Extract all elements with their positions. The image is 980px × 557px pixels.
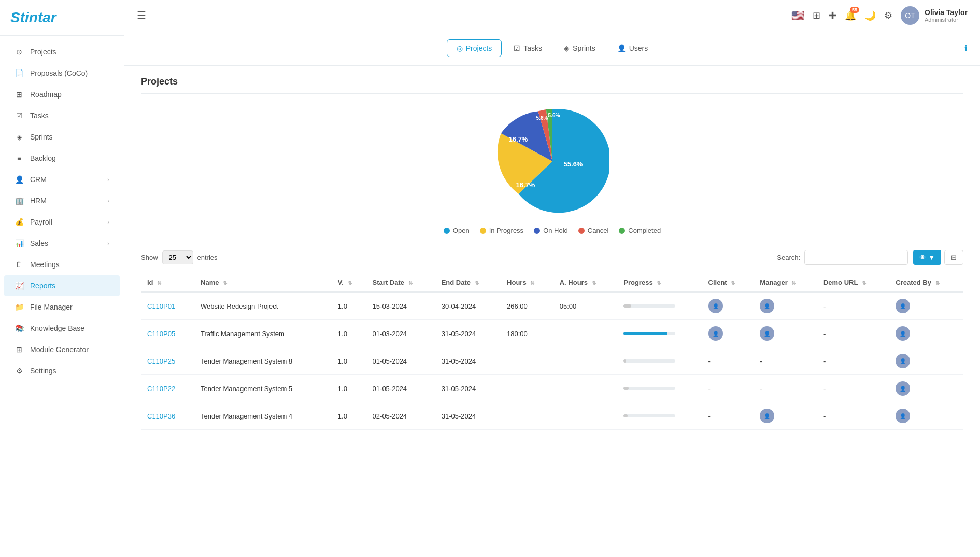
progress-bar — [623, 359, 626, 363]
dash: - — [823, 302, 826, 310]
sidebar-item-file-manager[interactable]: 📁 File Manager — [4, 297, 120, 317]
plus-icon[interactable]: ✚ — [829, 10, 836, 21]
cell-hours — [501, 375, 553, 402]
sidebar-item-sales[interactable]: 📊 Sales › — [4, 233, 120, 254]
dash: - — [760, 357, 762, 365]
table-controls: Show 25 50 100 entries Search: — [141, 250, 963, 265]
cell-a-hours: 05:00 — [553, 292, 618, 320]
project-id-link[interactable]: C110P01 — [147, 302, 175, 310]
settings-icon: ⚙ — [15, 366, 24, 375]
sidebar-item-hrm[interactable]: 🏢 HRM › — [4, 190, 120, 211]
arrow-icon-sales: › — [107, 240, 109, 246]
logo[interactable]: Stintar — [0, 0, 124, 36]
legend-cancel: Cancel — [578, 227, 608, 234]
sort-icon-ahours: ⇅ — [592, 280, 596, 286]
sidebar-item-settings[interactable]: ⚙ Settings — [4, 360, 120, 381]
header-right: 🇺🇸 ⊞ ✚ 🔔 55 🌙 ⚙ OT Olivia Taylor Adminis… — [791, 6, 968, 25]
sidebar-item-payroll[interactable]: 💰 Payroll › — [4, 212, 120, 232]
sidebar-item-tasks[interactable]: ☑ Tasks — [4, 105, 120, 126]
cell-created-by: 👤 — [889, 375, 963, 402]
table-header: Id ⇅ Name ⇅ V. ⇅ Start Date ⇅ End Date ⇅… — [141, 273, 963, 292]
cell-client: 👤 — [702, 320, 754, 347]
sidebar-item-sprints[interactable]: ◈ Sprints — [4, 127, 120, 147]
tab-users[interactable]: 👤 Users — [607, 39, 658, 57]
sidebar-item-crm[interactable]: 👤 CRM › — [4, 169, 120, 190]
cell-name: Traffic Management System — [194, 320, 332, 347]
filter-button[interactable]: 👁 ▼ — [913, 250, 941, 265]
tab-sprints-label: Sprints — [573, 44, 595, 52]
avatar: 👤 — [896, 299, 910, 313]
tab-tasks[interactable]: ☑ Tasks — [504, 39, 552, 57]
progress-bar — [623, 387, 629, 390]
tab-sprints[interactable]: ◈ Sprints — [554, 39, 605, 57]
cell-start-date: 01-03-2024 — [366, 320, 435, 347]
sidebar-item-module-generator[interactable]: ⊞ Module Generator — [4, 339, 120, 360]
cell-v: 1.0 — [332, 320, 366, 347]
sidebar-item-roadmap[interactable]: ⊞ Roadmap — [4, 84, 120, 105]
sidebar-item-label-hrm: HRM — [30, 197, 47, 205]
col-v[interactable]: V. ⇅ — [332, 273, 366, 292]
col-progress[interactable]: Progress ⇅ — [617, 273, 702, 292]
entries-select[interactable]: 25 50 100 — [162, 250, 193, 264]
avatar: 👤 — [760, 326, 774, 341]
info-icon[interactable]: ℹ — [964, 44, 968, 53]
dash: - — [708, 412, 711, 420]
sidebar-item-label-knowledge-base: Knowledge Base — [30, 324, 84, 332]
theme-toggle-icon[interactable]: 🌙 — [864, 10, 876, 21]
sidebar-item-label-settings: Settings — [30, 367, 56, 375]
sidebar-item-label-sprints: Sprints — [30, 133, 53, 141]
cell-hours — [501, 347, 553, 375]
sort-icon-hours: ⇅ — [530, 280, 534, 286]
cell-end-date: 31-05-2024 — [435, 402, 501, 430]
notification-icon[interactable]: 🔔 55 — [845, 10, 856, 21]
table-row: C110P01 Website Redesign Project 1.0 15-… — [141, 292, 963, 320]
legend-inprogress: In Progress — [480, 227, 523, 234]
user-profile[interactable]: OT Olivia Taylor Administrator — [901, 6, 968, 25]
settings-icon[interactable]: ⚙ — [884, 10, 892, 21]
search-input[interactable] — [804, 250, 908, 265]
col-name[interactable]: Name ⇅ — [194, 273, 332, 292]
sidebar-item-label-meetings: Meetings — [30, 260, 60, 269]
sort-icon-id: ⇅ — [157, 280, 161, 286]
col-client[interactable]: Client ⇅ — [702, 273, 754, 292]
project-id-link[interactable]: C110P25 — [147, 357, 175, 365]
table-actions: 👁 ▼ ⊟ — [913, 250, 963, 265]
project-id-link[interactable]: C110P05 — [147, 330, 175, 338]
col-a-hours[interactable]: A. Hours ⇅ — [553, 273, 618, 292]
cell-hours: 180:00 — [501, 320, 553, 347]
cell-id: C110P22 — [141, 375, 194, 402]
sidebar-item-meetings[interactable]: 🗓 Meetings — [4, 254, 120, 275]
cell-v: 1.0 — [332, 347, 366, 375]
sidebar-item-proposals[interactable]: 📄 Proposals (CoCo) — [4, 63, 120, 83]
sort-icon-name: ⇅ — [223, 280, 227, 286]
sidebar-item-label-payroll: Payroll — [30, 218, 52, 226]
col-demo-url[interactable]: Demo URL ⇅ — [817, 273, 889, 292]
page-title: Projects — [141, 76, 963, 94]
cell-client: - — [702, 347, 754, 375]
col-id[interactable]: Id ⇅ — [141, 273, 194, 292]
language-flag-icon[interactable]: 🇺🇸 — [791, 9, 804, 22]
cell-demo-url: - — [817, 320, 889, 347]
menu-toggle-button[interactable]: ☰ — [137, 9, 146, 22]
sidebar-item-backlog[interactable]: ≡ Backlog — [4, 148, 120, 169]
col-end-date[interactable]: End Date ⇅ — [435, 273, 501, 292]
sidebar-item-knowledge-base[interactable]: 📚 Knowledge Base — [4, 318, 120, 339]
dash: - — [823, 357, 826, 365]
meetings-icon: 🗓 — [15, 260, 24, 269]
table-row: C110P22 Tender Management System 5 1.0 0… — [141, 375, 963, 402]
export-button[interactable]: ⊟ — [944, 250, 963, 265]
col-start-date[interactable]: Start Date ⇅ — [366, 273, 435, 292]
tasks-icon: ☑ — [15, 111, 24, 120]
project-id-link[interactable]: C110P36 — [147, 412, 175, 420]
project-id-link[interactable]: C110P22 — [147, 385, 175, 393]
col-created-by[interactable]: Created By ⇅ — [889, 273, 963, 292]
cell-hours — [501, 402, 553, 430]
sidebar-item-projects[interactable]: ⊙ Projects — [4, 41, 120, 62]
apps-icon[interactable]: ⊞ — [813, 10, 820, 21]
col-hours[interactable]: Hours ⇅ — [501, 273, 553, 292]
sidebar-item-label-crm: CRM — [30, 175, 47, 184]
col-manager[interactable]: Manager ⇅ — [754, 273, 817, 292]
sidebar-item-reports[interactable]: 📈 Reports — [4, 275, 120, 296]
tab-projects[interactable]: ◎ Projects — [447, 39, 502, 57]
chart-label-cancel: 5.6% — [536, 115, 548, 121]
